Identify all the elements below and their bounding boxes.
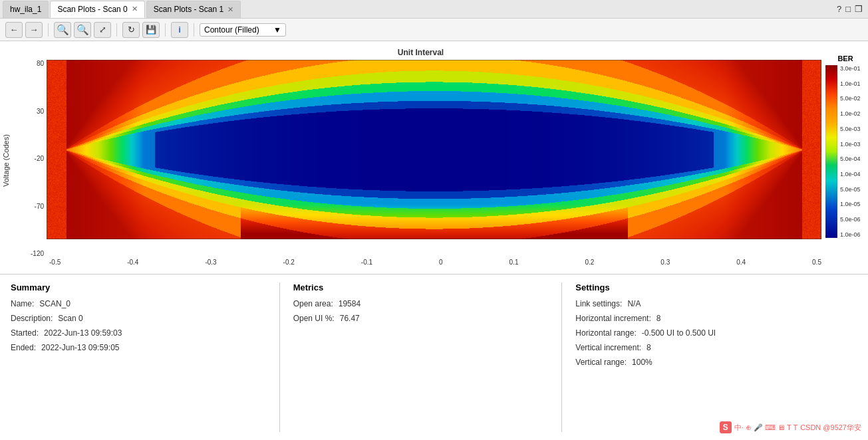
export-button[interactable]: 💾 [142,22,160,38]
watermark-text: 中· ⊕ 🎤 ⌨ 🖥 T T [734,423,797,433]
canvas-area [47,60,821,257]
metrics-open-area-value: 19584 [339,299,361,308]
settings-horiz-range-label: Horizontal range: [575,328,636,338]
dropdown-arrow-icon: ▼ [273,25,281,35]
plot-area: Voltage (Codes) Unit Interval 80 30 -20 … [0,41,868,274]
x-tick-m05: -0.5 [49,259,61,266]
metrics-col: Metrics Open area: 19584 Open UI %: 76.4… [293,282,563,432]
settings-vert-range-label: Vertical range: [575,358,627,367]
eye-diagram-canvas[interactable] [47,60,821,239]
settings-horiz-inc-row: Horizontal increment: 8 [575,314,831,323]
tab-hw-ila[interactable]: hw_ila_1 [3,1,49,18]
x-tick-01: 0.1 [509,259,519,266]
main-content: Voltage (Codes) Unit Interval 80 30 -20 … [0,41,868,440]
metrics-open-ui-value: 76.47 [340,314,360,323]
summary-started-label: Started: [11,328,39,338]
settings-vert-range-value: 100% [632,358,652,367]
title-bar: hw_ila_1 Scan Plots - Scan 0 ✕ Scan Plot… [0,0,868,19]
forward-button[interactable]: → [25,22,43,38]
watermark-credit: CSDN @9527华安 [800,423,861,433]
settings-horiz-inc-label: Horizontal increment: [575,314,651,323]
ber-label-2: 5.0e-02 [840,95,861,102]
toolbar: ← → 🔍 🔍 ⤢ ↻ 💾 i Contour (Filled) ▼ [0,19,868,41]
color-bar-canvas [825,65,837,238]
ber-label-5: 1.0e-03 [840,141,861,148]
x-tick-05: 0.5 [812,259,821,266]
y-tick-30: 30 [20,108,44,115]
x-axis-title: Unit Interval [20,48,821,57]
x-tick-04: 0.4 [736,259,746,266]
settings-horiz-inc-value: 8 [656,314,661,323]
y-tick-80: 80 [20,60,44,67]
metrics-open-ui-row: Open UI %: 76.47 [293,314,549,323]
y-ticks: 80 30 -20 -70 -120 [20,60,47,257]
summary-ended-value: 2022-Jun-13 09:59:05 [41,343,119,352]
toolbar-separator-2 [116,23,117,37]
summary-started-value: 2022-Jun-13 09:59:03 [44,328,122,338]
summary-name-label: Name: [11,299,34,308]
tab-scan1-close[interactable]: ✕ [227,5,233,14]
zoom-out-button[interactable]: 🔍 [54,22,71,38]
x-tick-0: 0 [439,259,443,266]
summary-ended-label: Ended: [11,343,36,352]
summary-name-value: SCAN_0 [39,299,71,308]
toolbar-separator-3 [165,23,166,37]
tab-scan1[interactable]: Scan Plots - Scan 1 ✕ [146,1,241,18]
back-button[interactable]: ← [5,22,23,38]
y-tick-minus70: -70 [20,203,44,210]
plot-type-dropdown[interactable]: Contour (Filled) ▼ [200,23,286,37]
refresh-button[interactable]: ↻ [122,22,140,38]
summary-heading: Summary [11,282,266,292]
y-tick-minus120: -120 [20,250,44,257]
toolbar-separator-1 [48,23,49,37]
chart-container: Unit Interval 80 30 -20 -70 -120 [20,48,821,274]
ber-label-11: 1.0e-06 [840,231,861,238]
ber-label-8: 5.0e-05 [840,186,861,193]
x-tick-m04: -0.4 [127,259,138,266]
plot-type-label: Contour (Filled) [204,25,259,35]
help-icon[interactable]: ? [837,4,841,14]
ber-label-1: 1.0e-01 [840,80,861,87]
tab-scan0-close[interactable]: ✕ [132,5,138,13]
settings-link-row: Link settings: N/A [575,299,831,308]
watermark: S 中· ⊕ 🎤 ⌨ 🖥 T T CSDN @9527华安 [720,421,861,433]
settings-col: Settings Link settings: N/A Horizontal i… [575,282,844,432]
summary-started-row: Started: 2022-Jun-13 09:59:03 [11,328,266,338]
fit-button[interactable]: ⤢ [94,22,111,38]
color-scale: 3.0e-01 1.0e-01 5.0e-02 1.0e-02 5.0e-03 … [825,65,861,238]
x-tick-03: 0.3 [660,259,670,266]
x-tick-m02: -0.2 [283,259,295,266]
watermark-icon: S [720,421,732,433]
x-ticks-row: -0.5 -0.4 -0.3 -0.2 -0.1 0 0.1 0.2 0.3 0… [20,257,821,266]
settings-link-value: N/A [627,299,641,308]
ber-label-10: 5.0e-06 [840,216,861,223]
maximize-icon[interactable]: ❒ [855,4,863,14]
x-tick-02: 0.2 [585,259,594,266]
zoom-in-button[interactable]: 🔍 [74,22,91,38]
summary-section: Summary Name: SCAN_0 Description: Scan 0… [0,274,868,440]
tab-scan0[interactable]: Scan Plots - Scan 0 ✕ [50,1,144,18]
window-controls: ? □ ❒ [837,4,865,14]
chart-row: 80 30 -20 -70 -120 [20,60,821,257]
summary-name-row: Name: SCAN_0 [11,299,266,308]
ber-label-6: 5.0e-04 [840,156,861,162]
ber-label-7: 1.0e-04 [840,171,861,177]
settings-link-label: Link settings: [575,299,622,308]
ber-label-0: 3.0e-01 [840,65,861,72]
metrics-heading: Metrics [293,282,549,292]
x-tick-m03: -0.3 [205,259,216,266]
tab-scan0-label: Scan Plots - Scan 0 [57,5,127,14]
x-ticks: -0.5 -0.4 -0.3 -0.2 -0.1 0 0.1 0.2 0.3 0… [49,257,821,266]
settings-horiz-range-value: -0.500 UI to 0.500 UI [642,328,716,338]
minimize-icon[interactable]: □ [845,4,851,14]
toolbar-separator-4 [194,23,194,37]
tab-scan1-label: Scan Plots - Scan 1 [154,5,223,14]
ber-label-9: 1.0e-05 [840,201,861,207]
settings-heading: Settings [575,282,831,292]
summary-desc-value: Scan 0 [58,314,82,323]
summary-ended-row: Ended: 2022-Jun-13 09:59:05 [11,343,266,352]
info-button[interactable]: i [171,22,188,38]
summary-desc-label: Description: [11,314,53,323]
chart-with-axes: 80 30 -20 -70 -120 -0.5 -0.4 -0.3 [20,60,821,266]
ber-label: BER [825,55,865,62]
